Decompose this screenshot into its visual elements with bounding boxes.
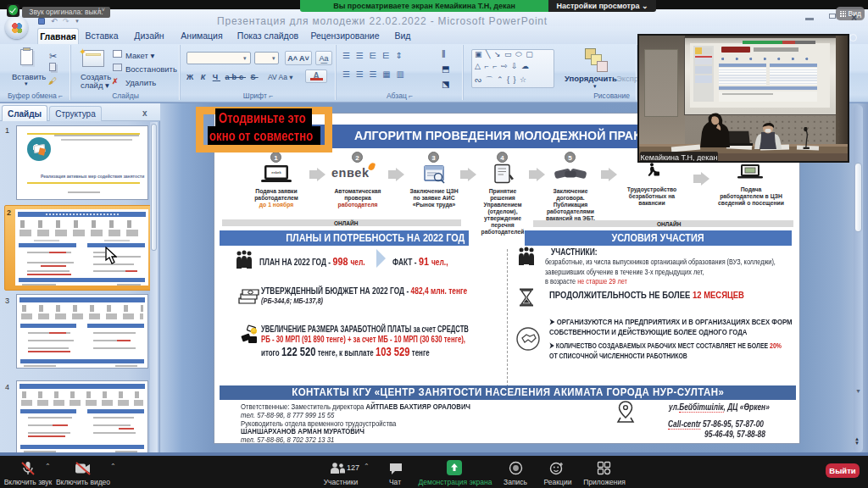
svg-text:🪙: 🪙 <box>250 327 258 335</box>
svg-text:enbek: enbek <box>271 170 281 175</box>
